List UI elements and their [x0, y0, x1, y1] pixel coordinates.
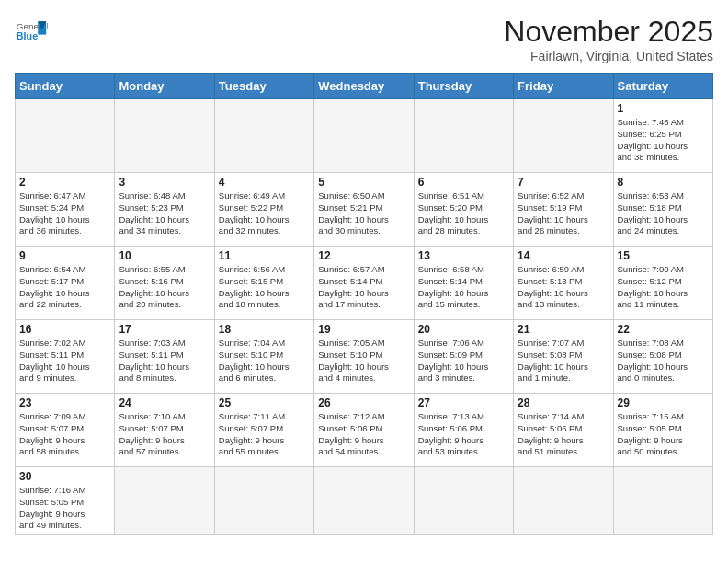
day-info: Sunrise: 7:12 AM Sunset: 5:06 PM Dayligh… — [318, 411, 409, 458]
day-info: Sunrise: 6:58 AM Sunset: 5:14 PM Dayligh… — [418, 264, 509, 311]
day-number: 29 — [618, 396, 709, 409]
calendar-week-3: 16Sunrise: 7:02 AM Sunset: 5:11 PM Dayli… — [16, 320, 713, 394]
calendar-header-row: SundayMondayTuesdayWednesdayThursdayFrid… — [16, 74, 713, 99]
calendar-cell: 16Sunrise: 7:02 AM Sunset: 5:11 PM Dayli… — [16, 320, 115, 394]
day-number: 25 — [219, 396, 310, 409]
day-number: 14 — [518, 249, 609, 262]
day-info: Sunrise: 6:52 AM Sunset: 5:19 PM Dayligh… — [518, 190, 609, 237]
day-info: Sunrise: 7:07 AM Sunset: 5:08 PM Dayligh… — [518, 338, 609, 385]
calendar-cell: 3Sunrise: 6:48 AM Sunset: 5:23 PM Daylig… — [115, 173, 214, 247]
day-info: Sunrise: 6:49 AM Sunset: 5:22 PM Dayligh… — [219, 190, 310, 237]
location: Fairlawn, Virginia, United States — [504, 49, 713, 63]
calendar-cell: 30Sunrise: 7:16 AM Sunset: 5:05 PM Dayli… — [16, 467, 115, 535]
calendar-cell: 25Sunrise: 7:11 AM Sunset: 5:07 PM Dayli… — [214, 394, 313, 467]
month-title: November 2025 — [504, 15, 713, 49]
calendar-week-5: 30Sunrise: 7:16 AM Sunset: 5:05 PM Dayli… — [16, 467, 713, 535]
weekday-header-saturday: Saturday — [613, 74, 712, 99]
calendar-cell: 19Sunrise: 7:05 AM Sunset: 5:10 PM Dayli… — [314, 320, 414, 394]
calendar-cell: 13Sunrise: 6:58 AM Sunset: 5:14 PM Dayli… — [414, 247, 513, 320]
day-info: Sunrise: 7:08 AM Sunset: 5:08 PM Dayligh… — [618, 338, 709, 385]
weekday-header-wednesday: Wednesday — [314, 74, 414, 99]
day-info: Sunrise: 6:47 AM Sunset: 5:24 PM Dayligh… — [19, 190, 110, 237]
day-number: 8 — [618, 176, 709, 189]
day-info: Sunrise: 6:56 AM Sunset: 5:15 PM Dayligh… — [219, 264, 310, 311]
day-info: Sunrise: 7:04 AM Sunset: 5:10 PM Dayligh… — [219, 338, 310, 385]
weekday-header-sunday: Sunday — [16, 74, 115, 99]
day-info: Sunrise: 7:16 AM Sunset: 5:05 PM Dayligh… — [19, 485, 110, 532]
calendar-cell — [414, 99, 513, 173]
weekday-header-thursday: Thursday — [414, 74, 513, 99]
calendar-cell: 17Sunrise: 7:03 AM Sunset: 5:11 PM Dayli… — [115, 320, 214, 394]
logo-icon: General Blue — [15, 15, 48, 48]
calendar-cell — [16, 99, 115, 173]
calendar-cell: 8Sunrise: 6:53 AM Sunset: 5:18 PM Daylig… — [613, 173, 712, 247]
day-number: 7 — [518, 176, 609, 189]
day-number: 9 — [19, 249, 110, 262]
day-number: 30 — [19, 470, 110, 483]
calendar-cell: 10Sunrise: 6:55 AM Sunset: 5:16 PM Dayli… — [115, 247, 214, 320]
day-number: 17 — [119, 323, 210, 336]
calendar-table: SundayMondayTuesdayWednesdayThursdayFrid… — [15, 73, 713, 535]
day-info: Sunrise: 7:09 AM Sunset: 5:07 PM Dayligh… — [19, 411, 110, 458]
calendar-cell: 11Sunrise: 6:56 AM Sunset: 5:15 PM Dayli… — [214, 247, 313, 320]
day-number: 15 — [618, 249, 709, 262]
calendar-cell — [514, 99, 613, 173]
title-block: November 2025 Fairlawn, Virginia, United… — [504, 15, 713, 63]
day-number: 21 — [518, 323, 609, 336]
calendar-week-1: 2Sunrise: 6:47 AM Sunset: 5:24 PM Daylig… — [16, 173, 713, 247]
day-number: 4 — [219, 176, 310, 189]
day-info: Sunrise: 6:53 AM Sunset: 5:18 PM Dayligh… — [618, 190, 709, 237]
day-number: 12 — [318, 249, 409, 262]
day-info: Sunrise: 6:57 AM Sunset: 5:14 PM Dayligh… — [318, 264, 409, 311]
calendar-cell: 24Sunrise: 7:10 AM Sunset: 5:07 PM Dayli… — [115, 394, 214, 467]
calendar-cell: 29Sunrise: 7:15 AM Sunset: 5:05 PM Dayli… — [613, 394, 712, 467]
day-info: Sunrise: 7:03 AM Sunset: 5:11 PM Dayligh… — [119, 338, 210, 385]
calendar-cell: 4Sunrise: 6:49 AM Sunset: 5:22 PM Daylig… — [214, 173, 313, 247]
weekday-header-friday: Friday — [514, 74, 613, 99]
day-info: Sunrise: 6:55 AM Sunset: 5:16 PM Dayligh… — [119, 264, 210, 311]
day-info: Sunrise: 7:11 AM Sunset: 5:07 PM Dayligh… — [219, 411, 310, 458]
day-number: 16 — [19, 323, 110, 336]
day-info: Sunrise: 7:46 AM Sunset: 6:25 PM Dayligh… — [618, 117, 709, 164]
calendar-cell — [314, 99, 414, 173]
calendar-cell: 20Sunrise: 7:06 AM Sunset: 5:09 PM Dayli… — [414, 320, 513, 394]
calendar-cell: 6Sunrise: 6:51 AM Sunset: 5:20 PM Daylig… — [414, 173, 513, 247]
day-info: Sunrise: 6:51 AM Sunset: 5:20 PM Dayligh… — [418, 190, 509, 237]
day-info: Sunrise: 6:59 AM Sunset: 5:13 PM Dayligh… — [518, 264, 609, 311]
day-number: 1 — [618, 102, 709, 115]
calendar-cell — [214, 467, 313, 535]
calendar-cell: 5Sunrise: 6:50 AM Sunset: 5:21 PM Daylig… — [314, 173, 414, 247]
day-number: 27 — [418, 396, 509, 409]
day-info: Sunrise: 6:50 AM Sunset: 5:21 PM Dayligh… — [318, 190, 409, 237]
weekday-header-tuesday: Tuesday — [214, 74, 313, 99]
day-number: 26 — [318, 396, 409, 409]
day-number: 18 — [219, 323, 310, 336]
day-number: 22 — [618, 323, 709, 336]
calendar-cell: 26Sunrise: 7:12 AM Sunset: 5:06 PM Dayli… — [314, 394, 414, 467]
day-number: 11 — [219, 249, 310, 262]
calendar-week-4: 23Sunrise: 7:09 AM Sunset: 5:07 PM Dayli… — [16, 394, 713, 467]
calendar-cell: 15Sunrise: 7:00 AM Sunset: 5:12 PM Dayli… — [613, 247, 712, 320]
day-number: 10 — [119, 249, 210, 262]
day-number: 19 — [318, 323, 409, 336]
svg-text:Blue: Blue — [17, 30, 38, 41]
day-number: 2 — [19, 176, 110, 189]
day-number: 20 — [418, 323, 509, 336]
day-info: Sunrise: 7:06 AM Sunset: 5:09 PM Dayligh… — [418, 338, 509, 385]
weekday-header-monday: Monday — [115, 74, 214, 99]
calendar-cell: 1Sunrise: 7:46 AM Sunset: 6:25 PM Daylig… — [613, 99, 712, 173]
day-info: Sunrise: 7:15 AM Sunset: 5:05 PM Dayligh… — [618, 411, 709, 458]
day-number: 5 — [318, 176, 409, 189]
calendar-cell: 7Sunrise: 6:52 AM Sunset: 5:19 PM Daylig… — [514, 173, 613, 247]
day-number: 23 — [19, 396, 110, 409]
calendar-cell: 28Sunrise: 7:14 AM Sunset: 5:06 PM Dayli… — [514, 394, 613, 467]
day-number: 28 — [518, 396, 609, 409]
day-number: 3 — [119, 176, 210, 189]
day-info: Sunrise: 6:54 AM Sunset: 5:17 PM Dayligh… — [19, 264, 110, 311]
day-info: Sunrise: 7:02 AM Sunset: 5:11 PM Dayligh… — [19, 338, 110, 385]
calendar-cell — [115, 99, 214, 173]
calendar-week-2: 9Sunrise: 6:54 AM Sunset: 5:17 PM Daylig… — [16, 247, 713, 320]
calendar-cell — [514, 467, 613, 535]
calendar-cell: 18Sunrise: 7:04 AM Sunset: 5:10 PM Dayli… — [214, 320, 313, 394]
day-info: Sunrise: 7:05 AM Sunset: 5:10 PM Dayligh… — [318, 338, 409, 385]
